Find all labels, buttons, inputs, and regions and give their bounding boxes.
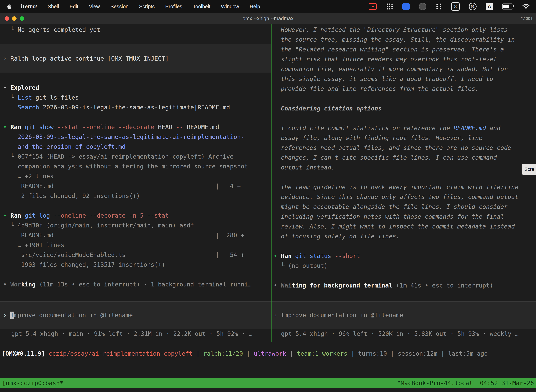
screen-recording-icon[interactable] [368,3,377,10]
ralph-loop-notice: › Ralph loop active continue [OMX_TMUX_I… [0,44,271,73]
blue-app-icon[interactable] [402,3,410,10]
input-prompt: › [3,312,10,319]
terminal-line: … +2 lines [3,171,271,181]
macos-menu-bar: iTerm2 Shell Edit View Session Scripts P… [0,0,536,13]
terminal-line [274,93,536,103]
terminal-line: including verification notes with those … [274,212,536,221]
terminal-line: [OMX#0.11.9] cczip/essay/ai-reimplementa… [2,349,488,359]
apple-menu-icon[interactable] [6,3,13,10]
left-command-input[interactable]: › Improve documentation in @filename [0,301,271,329]
terminal-line: • Waiting for background terminal (1m 41… [274,280,536,290]
wifi-icon[interactable] [522,3,530,10]
agents-status-lines: └ No agents completed yet [3,25,271,35]
terminal-line: output instead. [274,163,536,172]
terminal-line: evidence. Since this change only affects… [274,192,536,202]
zoom-button[interactable] [20,16,24,21]
terminal-line: • Ran git show --stat --oneline --decora… [3,122,271,132]
terminal-line: However, I noticed the "Directory Struct… [274,25,536,35]
terminal-line [274,113,536,123]
terminal-line: src/voice/voiceModeEnabled.ts | 54 + [3,250,271,260]
terminal-line: provide file and line references from th… [274,84,536,93]
terminal-line: references need actual files, and since … [274,143,536,153]
tmux-status-bar: [omx-cczip0:bash* "MacBook-Pro-44.local"… [0,378,536,388]
terminal-line: I could cite commit statistics or refere… [274,123,536,133]
dots-grid-icon[interactable] [436,3,442,10]
menu-item-iterm2[interactable]: iTerm2 [15,4,42,9]
menu-item-scripts[interactable]: Scripts [134,4,160,9]
tmux-shortcut-badge: ⌥⌘1 [521,13,533,24]
terminal-line: companion analysis without altering the … [3,161,271,171]
keyboard-8-icon[interactable]: 8 [451,2,460,11]
terminal-line: • Explored [3,83,271,93]
terminal-line [274,172,536,182]
terminal-line: might be acceptable alongside the file l… [274,202,536,212]
terminal-line: slight risk that future readers may over… [274,54,536,64]
input-value: Improve documentation in @filename [281,312,403,319]
battery-icon[interactable] [502,4,513,9]
terminal-line: companion file, especially if more comme… [274,64,536,74]
terminal-line: • Ran git status --short [274,251,536,261]
terminal-line: 1903 files changed, 513517 insertions(+) [3,260,271,270]
terminal-line: └ No agents completed yet [3,25,271,35]
terminal-line: 2 files changed, 92 insertions(+) [3,191,271,201]
notice-prompt: › [3,55,10,62]
close-button[interactable] [5,16,9,21]
terminal-line: 2026-03-09-is-legal-the-same-as-legitima… [3,132,271,142]
window-title-bar[interactable]: omx --xhigh --madmax ⌥⌘1 [0,13,536,24]
terminal-line: • Ran git log --oneline --decorate -n 5 … [3,210,271,220]
menu-item-session[interactable]: Session [105,4,134,9]
terminal-line: this single essay, it seems like a good … [274,74,536,84]
terminal-line: review. Also, I might want to inspect th… [274,221,536,231]
terminal-line: └ (no output) [274,261,536,271]
tmux-host-clock: "MacBook-Pro-44.local" 04:52 31-Mar-26 [397,379,534,387]
terminal-line [3,270,271,280]
menu-item-shell[interactable]: Shell [42,4,64,9]
window-title: omx --xhigh --madmax [243,16,293,21]
menu-item-toolbelt[interactable]: Toolbelt [187,4,215,9]
terminal-line: essay file, along with finding root file… [274,133,536,143]
screen-overlay-tab[interactable]: Scre [522,164,536,175]
terminal-line: of focusing solely on file lines. [274,231,536,241]
right-terminal-output: However, I noticed the "Directory Struct… [274,25,536,290]
left-terminal-pane[interactable]: └ No agents completed yet › Ralph loop a… [0,24,271,342]
terminal-line: README.md | 280 + [3,230,271,240]
terminal-line: README.md | 4 + [3,181,271,191]
terminal-line: The team guideline is to back every impo… [274,182,536,192]
terminal-line: changes, I can't cite specific file line… [274,153,536,163]
menu-bar-status-icons: 8 61 A [368,2,530,11]
omx-status-bar: [OMX#0.11.9] cczip/essay/ai-reimplementa… [0,342,536,365]
notice-text: Ralph loop active continue [OMX_TMUX_INJ… [10,55,169,62]
left-model-status-line: gpt-5.4 xhigh · main · 91% left · 2.31M … [3,329,271,339]
menu-item-view[interactable]: View [84,4,105,9]
input-value: mprove documentation in @filename [14,312,133,319]
gauge-61-icon[interactable]: 61 [469,3,477,10]
menu-item-edit[interactable]: Edit [64,4,84,9]
terminal-line: Search 2026-03-09-is-legal-the-same-as-l… [3,103,271,112]
input-source-icon[interactable]: A [486,3,493,10]
spacer [3,73,271,83]
terminal-line [274,241,536,251]
terminal-line [274,271,536,280]
terminal-line: • Working (11m 13s • esc to interrupt) ·… [3,280,271,289]
input-prompt: › [274,312,281,319]
right-model-status-line: gpt-5.4 xhigh · 96% left · 520K in · 5.8… [274,329,536,339]
menu-item-window[interactable]: Window [215,4,244,9]
terminal-panes: └ No agents completed yet › Ralph loop a… [0,24,536,342]
terminal-line: and-the-erosion-of-copyleft.md [3,142,271,152]
menu-item-help[interactable]: Help [244,4,265,9]
left-terminal-output: • Explored └ List git ls-files Search 20… [3,83,271,289]
dark-app-icon[interactable] [419,3,426,10]
terminal-line [3,112,271,122]
right-terminal-pane[interactable]: However, I noticed the "Directory Struct… [272,24,536,342]
terminal-line: … +1901 lines [3,240,271,250]
traffic-lights [5,13,24,24]
terminal-line: └ List git ls-files [3,93,271,103]
tmux-session-label: [omx-cczip0:bash* [2,379,63,387]
menu-item-profiles[interactable]: Profiles [160,4,188,9]
terminal-line [3,201,271,210]
right-command-input[interactable]: › Improve documentation in @filename [272,301,536,329]
minimize-button[interactable] [12,16,17,21]
terminal-line: the source tree, missing the essay. Stil… [274,35,536,44]
app-grid-icon[interactable] [386,3,393,10]
terminal-line: └ 067f154 (HEAD -> essay/ai-reimplementa… [3,152,271,161]
